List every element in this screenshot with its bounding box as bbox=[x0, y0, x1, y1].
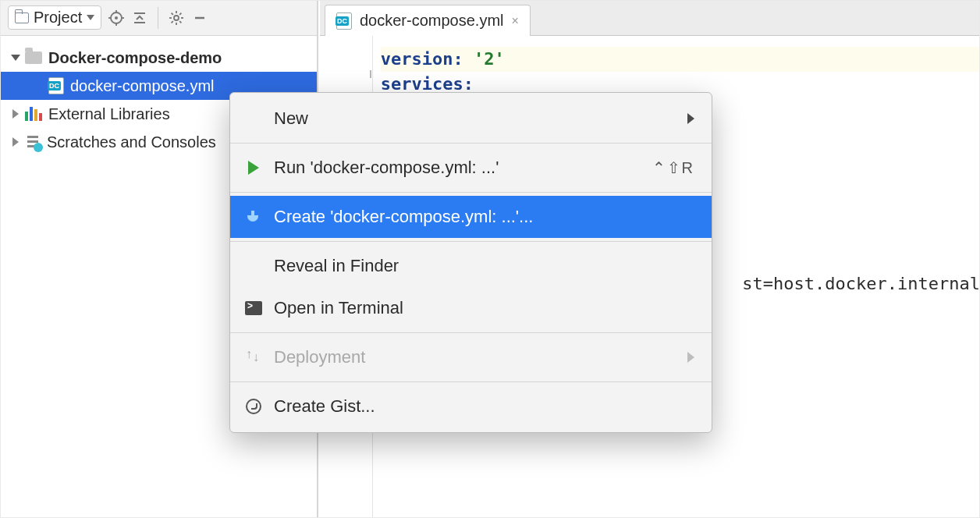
menu-new[interactable]: New bbox=[230, 98, 712, 140]
menu-separator bbox=[230, 143, 712, 144]
svg-line-13 bbox=[172, 12, 173, 14]
svg-line-15 bbox=[172, 21, 173, 23]
libraries-icon bbox=[25, 107, 42, 121]
project-folder-icon bbox=[15, 12, 29, 23]
terminal-icon bbox=[244, 299, 263, 318]
submenu-arrow-icon bbox=[687, 352, 694, 363]
github-icon bbox=[244, 397, 263, 416]
blank-icon bbox=[244, 257, 263, 275]
menu-terminal-label: Open in Terminal bbox=[274, 298, 694, 318]
menu-run-label: Run 'docker-compose.yml: ...' bbox=[274, 158, 641, 178]
menu-run-shortcut: ⌃⇧R bbox=[652, 158, 694, 177]
docker-compose-file-icon bbox=[336, 12, 352, 30]
editor-tab-label: docker-compose.yml bbox=[360, 12, 504, 30]
menu-separator bbox=[230, 332, 712, 333]
code-text: st=host.docker.internal bbox=[742, 274, 980, 293]
tree-file-label: docker-compose.yml bbox=[70, 77, 215, 95]
svg-line-16 bbox=[179, 12, 181, 14]
create-config-icon bbox=[244, 208, 263, 226]
chevron-down-icon bbox=[87, 15, 94, 20]
target-icon[interactable] bbox=[108, 9, 125, 27]
menu-new-label: New bbox=[274, 108, 676, 129]
tree-extlibs-label: External Libraries bbox=[48, 105, 170, 123]
project-dropdown[interactable]: Project bbox=[8, 5, 101, 30]
deployment-icon bbox=[244, 348, 263, 367]
sidebar-toolbar: Project bbox=[0, 0, 317, 36]
collapse-icon[interactable] bbox=[131, 9, 148, 27]
blank-icon bbox=[244, 109, 263, 128]
menu-create-gist[interactable]: Create Gist... bbox=[230, 385, 712, 428]
submenu-arrow-icon bbox=[687, 113, 694, 124]
menu-gist-label: Create Gist... bbox=[274, 396, 694, 417]
menu-create-config[interactable]: Create 'docker-compose.yml: ...'... bbox=[230, 196, 712, 238]
menu-separator bbox=[230, 241, 712, 242]
code-key: services bbox=[381, 74, 463, 94]
menu-create-label: Create 'docker-compose.yml: ...'... bbox=[274, 207, 694, 227]
scratches-icon bbox=[25, 134, 41, 150]
close-icon[interactable]: × bbox=[512, 14, 519, 28]
code-key: version bbox=[381, 49, 453, 69]
menu-reveal-finder[interactable]: Reveal in Finder bbox=[230, 245, 712, 287]
svg-point-8 bbox=[174, 16, 179, 20]
menu-open-terminal[interactable]: Open in Terminal bbox=[230, 287, 712, 329]
menu-deployment-label: Deployment bbox=[274, 347, 676, 367]
expand-arrow-icon[interactable] bbox=[11, 55, 20, 61]
expand-arrow-icon[interactable] bbox=[12, 109, 19, 119]
svg-point-1 bbox=[115, 16, 118, 20]
docker-compose-file-icon bbox=[48, 77, 64, 94]
editor-tab[interactable]: docker-compose.yml × bbox=[325, 5, 531, 36]
menu-separator bbox=[230, 192, 712, 193]
code-val: '2' bbox=[474, 49, 505, 69]
svg-line-14 bbox=[179, 21, 181, 23]
editor-tabs: docker-compose.yml × bbox=[320, 0, 980, 36]
tree-root[interactable]: Docker-compose-demo bbox=[0, 44, 317, 72]
toolbar-separator bbox=[158, 7, 158, 29]
tree-scratches-label: Scratches and Consoles bbox=[47, 133, 216, 151]
folder-icon bbox=[25, 51, 42, 64]
expand-arrow-icon[interactable] bbox=[12, 137, 19, 147]
tree-root-label: Docker-compose-demo bbox=[48, 49, 222, 67]
project-label: Project bbox=[34, 9, 82, 27]
context-menu: New Run 'docker-compose.yml: ...' ⌃⇧R Cr… bbox=[229, 92, 712, 433]
fold-marker-icon[interactable] bbox=[367, 70, 375, 78]
gear-icon[interactable] bbox=[168, 9, 185, 27]
menu-run[interactable]: Run 'docker-compose.yml: ...' ⌃⇧R bbox=[230, 147, 712, 189]
play-icon bbox=[244, 158, 263, 177]
menu-reveal-label: Reveal in Finder bbox=[274, 256, 694, 276]
minimize-icon[interactable] bbox=[191, 9, 208, 27]
menu-deployment: Deployment bbox=[230, 336, 712, 378]
menu-separator bbox=[230, 381, 712, 382]
